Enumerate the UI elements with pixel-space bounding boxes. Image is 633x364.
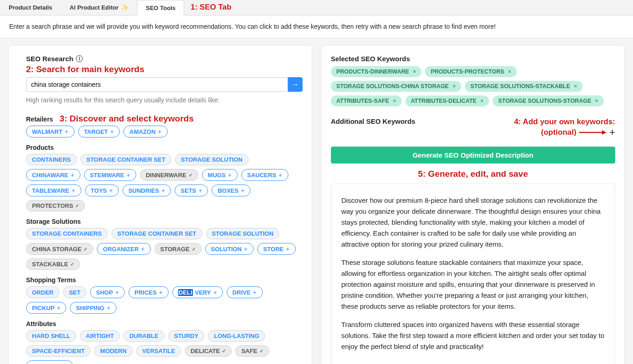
keyword-pill[interactable]: CHINA STORAGE ✓: [26, 243, 93, 255]
annotation-2: 2: Search for main keywords: [26, 64, 303, 74]
keyword-pill[interactable]: MUGS +: [202, 169, 238, 181]
selected-keyword-label: ATTRIBUTES-SAFE: [336, 98, 389, 104]
group-title: Storage Solutions: [26, 218, 81, 225]
keyword-pill[interactable]: AIRTIGHT: [80, 330, 120, 342]
plus-icon: +: [70, 171, 74, 179]
selected-keyword-label: STORAGE SOLUTIONS-STORAGE: [498, 98, 591, 104]
seo-research-heading: SEO Research i: [26, 55, 303, 63]
keyword-pill[interactable]: SET: [63, 286, 86, 298]
group-title: Shopping Terms: [26, 276, 76, 284]
remove-icon[interactable]: ×: [393, 98, 396, 104]
remove-icon[interactable]: ×: [452, 83, 456, 90]
tab-seo-tools[interactable]: SEO Tools: [137, 0, 184, 16]
check-icon: ✓: [260, 348, 263, 353]
plus-icon: +: [244, 245, 248, 253]
selected-keyword-label: PRODUCTS-DINNERWARE: [336, 69, 410, 75]
tab-ai-editor-label: AI Product Editor: [69, 4, 118, 11]
keyword-pill[interactable]: TARGET +: [78, 126, 120, 137]
plus-icon: +: [64, 128, 68, 135]
plus-icon: +: [241, 187, 245, 194]
plus-icon: +: [158, 128, 161, 135]
keyword-pill[interactable]: DURABLE: [123, 330, 165, 342]
keyword-pill[interactable]: SOLUTION +: [205, 243, 254, 255]
keyword-pill[interactable]: DECADES +: [26, 360, 73, 364]
selected-keyword-pill[interactable]: STORAGE SOLUTIONS-STACKABLE×: [465, 81, 583, 92]
remove-icon[interactable]: ×: [574, 83, 577, 90]
description-box: Discover how our premium 8-piece hard sh…: [331, 184, 615, 364]
plus-icon: +: [198, 187, 202, 194]
keyword-pill[interactable]: HARD SHELL: [26, 330, 76, 342]
keyword-pill[interactable]: STORAGE CONTAINER SET: [112, 228, 202, 239]
keyword-pill[interactable]: DELICATE ✓: [185, 345, 232, 357]
keyword-pill[interactable]: TABLEWARE +: [26, 185, 81, 196]
keyword-pill[interactable]: CHINAWARE +: [26, 169, 80, 181]
keyword-pill[interactable]: DELIVERY +: [172, 286, 223, 298]
keyword-pill[interactable]: STORAGE CONTAINERS: [26, 228, 108, 239]
keyword-pill[interactable]: STORAGE ✓: [154, 243, 202, 255]
keyword-pill[interactable]: STORE +: [257, 243, 296, 255]
keyword-pill[interactable]: WALMART +: [26, 126, 74, 137]
check-icon: ✓: [222, 348, 226, 353]
tab-ai-editor[interactable]: AI Product Editor ✨: [61, 0, 137, 15]
arrow-right-icon: →: [292, 80, 299, 89]
keyword-pill[interactable]: ORGANIZER +: [97, 243, 150, 255]
remove-icon[interactable]: ×: [480, 98, 484, 104]
annotation-1: 1: SEO Tab: [184, 0, 238, 15]
selected-keyword-pill[interactable]: PRODUCTS-PROTECTORS×: [425, 66, 516, 77]
remove-icon[interactable]: ×: [595, 98, 598, 104]
remove-icon[interactable]: ×: [508, 69, 511, 75]
svg-marker-1: [602, 130, 606, 135]
info-icon[interactable]: i: [76, 55, 83, 62]
tab-product-details[interactable]: Product Details: [0, 0, 61, 15]
search-button[interactable]: →: [288, 77, 303, 92]
selected-keyword-pill[interactable]: STORAGE SOLUTIONS-STORAGE×: [493, 95, 604, 106]
selected-keyword-label: STORAGE SOLUTIONS-STACKABLE: [470, 83, 570, 90]
keyword-pill[interactable]: SHIPPING +: [70, 302, 116, 314]
keyword-pill[interactable]: SPACE-EFFICIENT: [26, 345, 90, 357]
group-title: Retailers: [26, 116, 53, 123]
remove-icon[interactable]: ×: [413, 69, 416, 75]
check-icon: ✓: [192, 247, 196, 252]
plus-icon: +: [253, 289, 256, 296]
keyword-pill[interactable]: DRIVE +: [227, 286, 263, 298]
keyword-pill[interactable]: SETS +: [175, 185, 208, 196]
plus-icon: +: [127, 171, 130, 179]
plus-icon: +: [286, 245, 290, 253]
keyword-pill[interactable]: BOXES +: [212, 185, 250, 196]
keyword-pill[interactable]: MODERN: [94, 345, 133, 357]
selected-keyword-pill[interactable]: ATTRIBUTES-DELICATE×: [405, 95, 489, 106]
keyword-pill[interactable]: PROTECTORS ✓: [26, 200, 85, 211]
plus-icon: +: [228, 171, 232, 179]
keyword-pill[interactable]: PICKUP +: [26, 302, 66, 314]
keyword-pill[interactable]: STURDY: [168, 330, 204, 342]
keyword-pill[interactable]: STORAGE SOLUTION: [175, 154, 249, 165]
keyword-pill[interactable]: SUNDRIES +: [122, 185, 171, 196]
keyword-pill[interactable]: STORAGE SOLUTION: [206, 228, 280, 239]
plus-icon: +: [110, 128, 114, 135]
keyword-pill[interactable]: VERSATILE: [136, 345, 181, 357]
keyword-pill[interactable]: STORAGE CONTAINER SET: [80, 154, 171, 165]
selected-heading: Selected SEO Keywords: [331, 55, 615, 63]
keyword-pill[interactable]: STEMWARE +: [84, 169, 136, 181]
group-title: Products: [26, 144, 54, 151]
keyword-pill[interactable]: PRICES +: [128, 286, 169, 298]
keyword-pill[interactable]: CONTAINERS: [26, 154, 77, 165]
add-keyword-button[interactable]: +: [609, 127, 615, 138]
selected-keyword-pill[interactable]: ATTRIBUTES-SAFE×: [331, 95, 402, 106]
keyword-pill[interactable]: ORDER: [26, 286, 59, 298]
keyword-pill[interactable]: SHOP +: [90, 286, 125, 298]
selected-keyword-pill[interactable]: STORAGE SOLUTIONS-CHINA STORAGE×: [331, 81, 462, 92]
plus-icon: +: [115, 289, 119, 296]
generate-button[interactable]: Generate SEO Optimized Description: [331, 147, 615, 164]
tabs-bar: Product Details AI Product Editor ✨ SEO …: [0, 0, 633, 16]
keyword-pill[interactable]: SAUCERS +: [241, 169, 288, 181]
keyword-pill[interactable]: LONG-LASTING: [208, 330, 265, 342]
selected-keyword-pill[interactable]: PRODUCTS-DINNERWARE×: [331, 66, 422, 77]
keyword-pill[interactable]: STACKABLE ✓: [26, 258, 80, 270]
keyword-pill[interactable]: SAFE ✓: [235, 345, 269, 357]
keyword-pill[interactable]: TOYS +: [85, 185, 119, 196]
search-input[interactable]: [26, 77, 288, 92]
keyword-pill[interactable]: DINNERWARE ✓: [140, 169, 198, 181]
plus-icon: +: [159, 289, 163, 296]
keyword-pill[interactable]: AMAZON +: [123, 126, 167, 137]
